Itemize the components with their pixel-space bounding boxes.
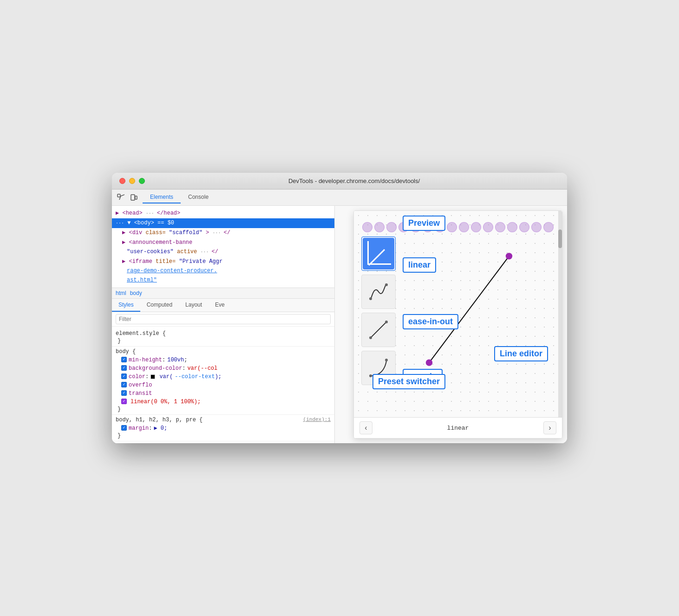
devtools-window: DevTools - developer.chrome.com/docs/dev…: [112, 173, 567, 443]
device-icon[interactable]: [129, 192, 139, 203]
dom-line-head[interactable]: ▶ <head> ··· </head>: [112, 209, 334, 218]
rule-selector: element.style {: [116, 330, 331, 337]
maximize-button[interactable]: [139, 178, 145, 184]
easing-popup: Preview linear ease-in-out ease-in ease-…: [353, 210, 562, 439]
close-button[interactable]: [119, 178, 125, 184]
rule-close: }: [116, 406, 331, 413]
css-prop-overflow: overflo: [116, 381, 331, 389]
sub-tab-layout[interactable]: Layout: [179, 299, 209, 312]
prop-checkbox[interactable]: [121, 382, 127, 387]
prev-preset-button[interactable]: ‹: [359, 421, 372, 434]
rule-close: }: [116, 433, 331, 439]
breadcrumb-body[interactable]: body: [130, 290, 142, 296]
dom-line-body[interactable]: ··· ▼ <body> == $0: [112, 218, 334, 228]
dom-line-div[interactable]: ▶ <div class= "scaffold" > ··· </: [112, 228, 334, 238]
window-title: DevTools - developer.chrome.com/docs/dev…: [149, 177, 560, 184]
prop-checkbox[interactable]: [121, 374, 127, 379]
main-area: ▶ <head> ··· </head> ··· ▼ <body> == $0 …: [112, 206, 567, 443]
rule-body: body { min-height : 100vh ; background: [112, 347, 334, 415]
main-toolbar: Elements Console: [112, 190, 567, 206]
css-prop-transition: transit: [116, 389, 331, 398]
prop-checkbox-purple[interactable]: [121, 399, 127, 404]
svg-point-3: [369, 297, 372, 300]
color-swatch[interactable]: [150, 374, 155, 379]
prop-checkbox[interactable]: [121, 365, 127, 371]
current-preset-label: linear: [372, 425, 543, 432]
dom-line-iframe3[interactable]: ast.html": [112, 275, 334, 285]
line-editor-area: [385, 229, 553, 389]
anim-dot: [374, 222, 385, 232]
dom-line-announcement[interactable]: ▶ <announcement-banne: [112, 238, 334, 247]
rule-close: }: [116, 338, 331, 344]
dom-tree: ▶ <head> ··· </head> ··· ▼ <body> == $0 …: [112, 206, 334, 288]
sub-tab-computed[interactable]: Computed: [140, 299, 179, 312]
css-prop-linear: linear(0 0%, 1 100%);: [116, 398, 331, 406]
prop-checkbox[interactable]: [121, 390, 127, 396]
sub-tab-event[interactable]: Eve: [209, 299, 231, 312]
svg-point-5: [369, 336, 372, 339]
scrollbar[interactable]: [558, 211, 562, 417]
left-panel: ▶ <head> ··· </head> ··· ▼ <body> == $0 …: [112, 206, 335, 443]
right-panel: Preview linear ease-in-out ease-in ease-…: [335, 206, 567, 443]
svg-rect-1: [131, 195, 135, 200]
svg-point-7: [369, 374, 372, 377]
color-value-text: var(: [159, 374, 173, 380]
css-prop-margin: margin : ▶ 0;: [116, 424, 331, 433]
breadcrumb: html body: [112, 288, 334, 299]
next-preset-button[interactable]: ›: [543, 421, 556, 434]
color-var-link[interactable]: --color-text: [175, 374, 215, 380]
rule-body-headings: body, h1, h2, h3, p, pre { (index):1 mar…: [112, 415, 334, 441]
css-prop-bgcolor: background-color : var(--col: [116, 364, 331, 373]
dom-line-cookies[interactable]: "user-cookies" active ··· </: [112, 247, 334, 257]
inspect-icon[interactable]: [116, 192, 126, 203]
line-point-start[interactable]: [426, 360, 432, 366]
titlebar: DevTools - developer.chrome.com/docs/dev…: [112, 173, 567, 190]
filter-input[interactable]: [116, 314, 331, 324]
svg-rect-2: [135, 196, 137, 199]
rule-element-style: element.style { }: [112, 328, 334, 347]
rule-selector: body, h1, h2, h3, p, pre { (index):1: [116, 417, 331, 423]
main-tab-bar: Elements Console: [143, 191, 216, 203]
preview-area: Preview linear ease-in-out ease-in ease-…: [354, 211, 562, 417]
devtools-body: Elements Console ▶ <head> ··· </head> ··…: [112, 190, 567, 443]
rule-body-selector: body {: [116, 348, 331, 355]
prop-checkbox[interactable]: [121, 425, 127, 431]
sub-tab-styles[interactable]: Styles: [112, 299, 140, 312]
sub-tab-bar: Styles Computed Layout Eve: [112, 299, 334, 312]
dom-line-iframe2[interactable]: rage-demo-content-producer.: [112, 266, 334, 275]
styles-panel: Styles Computed Layout Eve element.style…: [112, 299, 334, 443]
prop-checkbox[interactable]: [121, 357, 127, 362]
scrollbar-thumb[interactable]: [558, 229, 562, 248]
source-link[interactable]: (index):1: [303, 417, 331, 422]
tab-elements[interactable]: Elements: [143, 191, 181, 203]
dom-line-iframe[interactable]: ▶ <iframe title= "Private Aggr: [112, 257, 334, 266]
line-point-end[interactable]: [506, 253, 512, 259]
breadcrumb-html[interactable]: html: [116, 290, 126, 296]
css-prop-color: color : var(--color-text);: [116, 373, 331, 381]
anim-dot: [362, 222, 372, 232]
minimize-button[interactable]: [129, 178, 135, 184]
line-editor-svg: [385, 229, 553, 389]
svg-line-9: [429, 256, 509, 362]
toolbar-icons: [116, 192, 139, 203]
svg-rect-0: [118, 194, 120, 197]
css-prop-minheight: min-height : 100vh ;: [116, 356, 331, 364]
linear-line-icon: [368, 249, 385, 266]
filter-bar: [112, 312, 334, 327]
css-rules: element.style { } body { min-height : 10…: [112, 327, 334, 443]
tab-console[interactable]: Console: [181, 191, 216, 203]
bottom-controls: ‹ linear ›: [354, 417, 562, 438]
